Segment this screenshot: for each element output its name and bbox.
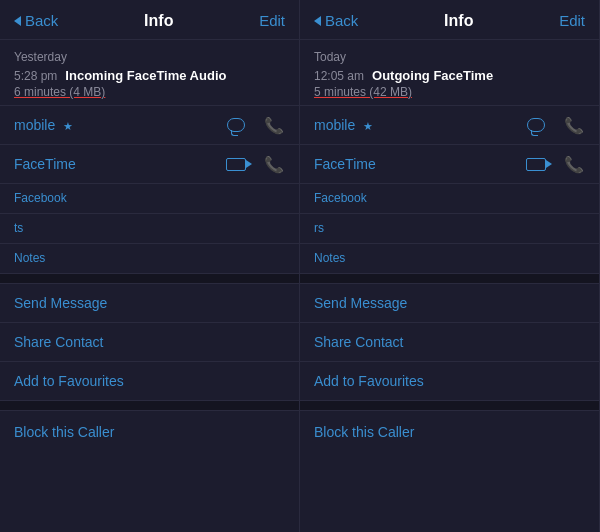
- back-button-right[interactable]: Back: [314, 12, 358, 29]
- contact-label-right: mobile ★: [314, 116, 373, 134]
- facetime-label-left: FaceTime: [14, 156, 76, 172]
- left-panel: Back Info Edit Yesterday 5:28 pm Incomin…: [0, 0, 300, 532]
- share-contact-btn-right[interactable]: Share Contact: [300, 323, 599, 362]
- contact-icons-left: 📞: [225, 114, 285, 136]
- call-duration-left: 6 minutes (4 MB): [14, 85, 285, 99]
- facetime-label-right: FaceTime: [314, 156, 376, 172]
- send-message-btn-left[interactable]: Send Message: [0, 284, 299, 323]
- facetime-row-left: FaceTime 📞: [0, 145, 299, 184]
- field-rs-right: rs: [300, 214, 599, 244]
- call-duration-right: 5 minutes (42 MB): [314, 85, 585, 99]
- call-info-left: Yesterday 5:28 pm Incoming FaceTime Audi…: [0, 40, 299, 106]
- contact-row-left: mobile ★ 📞: [0, 106, 299, 145]
- facetime-phone-left[interactable]: 📞: [263, 153, 285, 175]
- facetime-icons-left: 📞: [225, 153, 285, 175]
- call-date-right: Today: [314, 50, 585, 64]
- video-cam-right: [526, 158, 546, 171]
- field-facebook-left: Facebook: [0, 184, 299, 214]
- message-icon-right[interactable]: [525, 114, 547, 136]
- header-title-right: Info: [444, 12, 473, 30]
- contact-row-right: mobile ★ 📞: [300, 106, 599, 145]
- spacer2-left: [0, 401, 299, 411]
- spacer-left: [0, 274, 299, 284]
- phone-icon-right[interactable]: 📞: [563, 114, 585, 136]
- back-label-right: Back: [325, 12, 358, 29]
- field-notes-right: Notes: [300, 244, 599, 274]
- call-type-left: Incoming FaceTime Audio: [65, 68, 226, 83]
- call-time-right: 12:05 am: [314, 69, 364, 83]
- right-panel: Back Info Edit Today 12:05 am Outgoing F…: [300, 0, 600, 532]
- header-left: Back Info Edit: [0, 0, 299, 40]
- call-type-right: Outgoing FaceTime: [372, 68, 493, 83]
- back-button-left[interactable]: Back: [14, 12, 58, 29]
- contact-label-left: mobile ★: [14, 116, 73, 134]
- field-notes-left: Notes: [0, 244, 299, 274]
- block-caller-btn-left[interactable]: Block this Caller: [0, 413, 299, 451]
- header-title-left: Info: [144, 12, 173, 30]
- share-contact-btn-left[interactable]: Share Contact: [0, 323, 299, 362]
- edit-button-right[interactable]: Edit: [559, 12, 585, 29]
- send-message-btn-right[interactable]: Send Message: [300, 284, 599, 323]
- spacer2-right: [300, 401, 599, 411]
- facetime-phone-svg-left: 📞: [264, 155, 284, 174]
- facetime-row-right: FaceTime 📞: [300, 145, 599, 184]
- star-icon-right: ★: [363, 120, 373, 132]
- back-label-left: Back: [25, 12, 58, 29]
- video-icon-left[interactable]: [225, 153, 247, 175]
- video-cam-left: [226, 158, 246, 171]
- field-facebook-right: Facebook: [300, 184, 599, 214]
- spacer-right: [300, 274, 599, 284]
- field-ts-left: ts: [0, 214, 299, 244]
- edit-button-left[interactable]: Edit: [259, 12, 285, 29]
- call-info-right: Today 12:05 am Outgoing FaceTime 5 minut…: [300, 40, 599, 106]
- facetime-icons-right: 📞: [525, 153, 585, 175]
- phone-svg-left: 📞: [264, 116, 284, 135]
- call-time-left: 5:28 pm: [14, 69, 57, 83]
- contact-icons-right: 📞: [525, 114, 585, 136]
- add-favourites-btn-left[interactable]: Add to Favourites: [0, 362, 299, 401]
- star-icon-left: ★: [63, 120, 73, 132]
- facetime-phone-svg-right: 📞: [564, 155, 584, 174]
- call-date-left: Yesterday: [14, 50, 285, 64]
- add-favourites-btn-right[interactable]: Add to Favourites: [300, 362, 599, 401]
- header-right: Back Info Edit: [300, 0, 599, 40]
- message-icon-left[interactable]: [225, 114, 247, 136]
- facetime-phone-right[interactable]: 📞: [563, 153, 585, 175]
- video-icon-right[interactable]: [525, 153, 547, 175]
- chevron-left-icon-right: [314, 16, 321, 26]
- chevron-left-icon: [14, 16, 21, 26]
- phone-icon-left[interactable]: 📞: [263, 114, 285, 136]
- phone-svg-right: 📞: [564, 116, 584, 135]
- block-caller-btn-right[interactable]: Block this Caller: [300, 413, 599, 451]
